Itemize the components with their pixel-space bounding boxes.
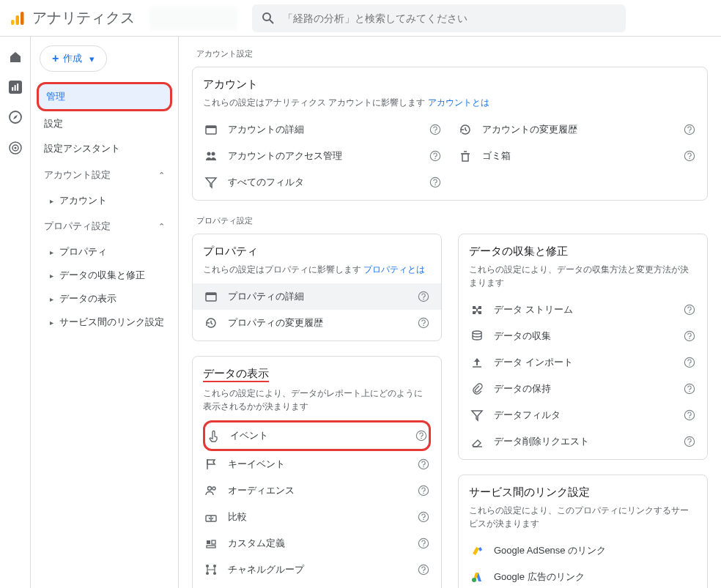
svg-rect-50 xyxy=(16,15,20,25)
settings-item[interactable]: データの保持 xyxy=(469,376,697,402)
account-whatis-link[interactable]: アカウントとは xyxy=(428,97,489,108)
trash-icon xyxy=(459,149,472,163)
item-label: キーイベント xyxy=(228,458,418,471)
item-label: ゴミ箱 xyxy=(482,149,684,163)
card-desc: これらの設定はプロパティに影響します プロパティとは xyxy=(203,263,431,276)
item-label: Google AdSense のリンク xyxy=(494,544,695,557)
logo[interactable]: アナリティクス xyxy=(9,8,135,28)
explore-icon[interactable] xyxy=(8,110,23,124)
sidebar-sub-property[interactable]: プロパティ xyxy=(37,240,172,264)
item-label: アカウントのアクセス管理 xyxy=(228,149,429,163)
settings-item[interactable]: Google AdSense のリンク xyxy=(469,537,697,564)
sidebar-item-assistant[interactable]: 設定アシスタント xyxy=(37,136,172,161)
help-icon[interactable] xyxy=(684,124,695,135)
help-icon[interactable] xyxy=(684,436,695,447)
settings-item[interactable]: アトリビューション設定 xyxy=(203,583,431,588)
settings-item[interactable]: Google 広告のリンク xyxy=(469,564,697,588)
property-whatis-link[interactable]: プロパティとは xyxy=(363,264,425,275)
sidebar-item-admin[interactable]: 管理 xyxy=(37,82,172,111)
settings-item[interactable]: プロパティの変更履歴 xyxy=(203,310,431,336)
create-label: 作成 xyxy=(63,52,82,65)
settings-item[interactable]: プロパティの詳細 xyxy=(193,283,441,310)
home-icon[interactable] xyxy=(8,50,23,64)
help-icon[interactable] xyxy=(418,317,429,329)
sidebar-sub-label: アカウント xyxy=(59,194,107,207)
sidebar-group-label: プロパティ設定 xyxy=(44,220,111,233)
create-button[interactable]: + 作成 ▾ xyxy=(40,45,107,72)
analytics-logo-icon xyxy=(9,10,26,27)
item-label: カスタム定義 xyxy=(228,537,418,550)
settings-item[interactable]: ゴミ箱 xyxy=(457,143,697,169)
search-icon xyxy=(261,11,276,26)
database-icon xyxy=(470,330,484,343)
settings-item[interactable]: データの収集 xyxy=(469,323,697,349)
history-icon xyxy=(459,123,472,136)
settings-item[interactable]: イベント xyxy=(203,420,431,451)
card-title: サービス間のリンク設定 xyxy=(469,485,697,499)
stream-icon xyxy=(470,303,484,316)
sidebar-item-settings[interactable]: 設定 xyxy=(37,111,172,136)
svg-rect-49 xyxy=(11,20,15,25)
sidebar-sub-links[interactable]: サービス間のリンク設定 xyxy=(37,310,172,334)
settings-item[interactable]: カスタム定義 xyxy=(203,530,431,557)
touch-icon xyxy=(207,429,220,442)
sidebar-sub-account[interactable]: アカウント xyxy=(37,189,172,212)
help-icon[interactable] xyxy=(418,564,429,576)
nav-rail xyxy=(0,37,31,588)
settings-item[interactable]: キーイベント xyxy=(203,451,431,477)
card-title: アカウント xyxy=(203,78,697,92)
settings-item[interactable]: チャネルグループ xyxy=(203,557,431,583)
item-label: データの収集 xyxy=(494,330,684,343)
history-icon xyxy=(204,316,218,330)
help-icon[interactable] xyxy=(415,430,427,442)
settings-item[interactable]: アカウントの変更履歴 xyxy=(457,116,697,143)
settings-item[interactable]: データ削除リクエスト xyxy=(469,428,697,455)
help-icon[interactable] xyxy=(684,330,695,342)
help-icon[interactable] xyxy=(418,511,429,523)
help-icon[interactable] xyxy=(684,383,695,395)
sidebar-group-property[interactable]: プロパティ設定 ⌃ xyxy=(37,212,172,240)
flag-icon xyxy=(204,458,218,471)
item-label: Google 広告のリンク xyxy=(494,570,695,584)
sidebar-sub-data-collection[interactable]: データの収集と修正 xyxy=(37,264,172,287)
settings-item[interactable]: アカウントの詳細 xyxy=(203,116,443,143)
search-box[interactable] xyxy=(252,4,626,32)
help-icon[interactable] xyxy=(684,304,695,316)
chevron-down-icon: ▾ xyxy=(89,53,95,64)
account-selector-blur xyxy=(149,7,237,30)
settings-item[interactable]: オーディエンス xyxy=(203,477,431,504)
sidebar: + 作成 ▾ 管理 設定 設定アシスタント アカウント設定 ⌃ アカウント プロ… xyxy=(31,37,179,588)
help-icon[interactable] xyxy=(429,124,441,135)
settings-item[interactable]: すべてのフィルタ xyxy=(203,169,443,196)
help-icon[interactable] xyxy=(429,176,441,188)
channel-icon xyxy=(204,563,218,576)
settings-item[interactable]: データ ストリーム xyxy=(469,297,697,323)
settings-item[interactable]: アカウントのアクセス管理 xyxy=(203,143,443,169)
property-card: プロパティ これらの設定はプロパティに影響します プロパティとは プロパティの詳… xyxy=(192,234,442,341)
advertising-icon[interactable] xyxy=(8,141,23,155)
help-icon[interactable] xyxy=(684,150,695,162)
main-content: アカウント設定 アカウント これらの設定はアナリティクス アカウントに影響します… xyxy=(179,37,721,588)
item-label: プロパティの詳細 xyxy=(228,290,418,303)
help-icon[interactable] xyxy=(418,291,429,302)
search-input[interactable] xyxy=(283,12,617,24)
help-icon[interactable] xyxy=(684,357,695,368)
settings-item[interactable]: データ インポート xyxy=(469,349,697,376)
help-icon[interactable] xyxy=(418,537,429,549)
help-icon[interactable] xyxy=(418,485,429,496)
reports-icon[interactable] xyxy=(9,81,22,94)
help-icon[interactable] xyxy=(684,409,695,421)
svg-rect-52 xyxy=(12,87,13,91)
help-icon[interactable] xyxy=(429,150,441,162)
people-outline-icon xyxy=(204,484,218,497)
card-desc: これらの設定はアナリティクス アカウントに影響します アカウントとは xyxy=(203,96,697,109)
sidebar-group-account[interactable]: アカウント設定 ⌃ xyxy=(37,161,172,189)
settings-item[interactable]: データフィルタ xyxy=(469,402,697,428)
svg-point-55 xyxy=(472,578,476,582)
svg-rect-53 xyxy=(14,85,15,91)
eraser-icon xyxy=(470,435,484,448)
help-icon[interactable] xyxy=(418,458,429,470)
sidebar-sub-data-display[interactable]: データの表示 xyxy=(37,287,172,310)
settings-item[interactable]: 比較 xyxy=(203,504,431,530)
links-card: サービス間のリンク設定 これらの設定により、このプロパティにリンクするサービスが… xyxy=(458,475,708,588)
